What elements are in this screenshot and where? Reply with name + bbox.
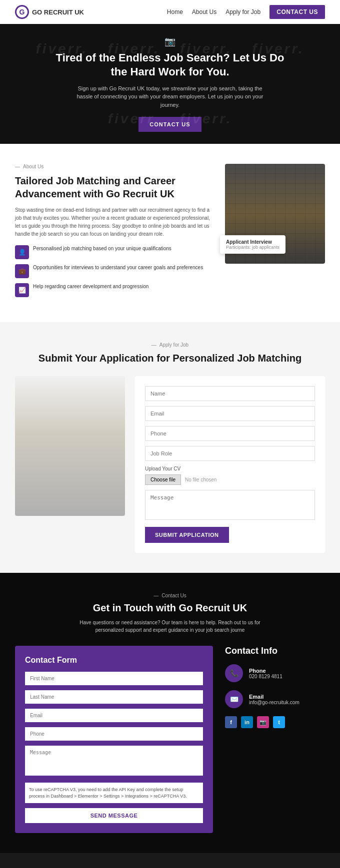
- logo-text: GO RECRUIT UK: [32, 8, 84, 16]
- message-textarea[interactable]: [145, 490, 315, 520]
- no-file-text: No file chosen: [185, 477, 216, 482]
- contact-info-box: Contact Info 📞 Phone 020 8129 4811 ✉️ Em…: [225, 646, 325, 728]
- hero-subtext: Sign up with Go Recruit UK today, we str…: [75, 84, 265, 109]
- contact-first-name[interactable]: [25, 672, 203, 685]
- feature-item-1: 👤 Personalised job matching based on you…: [15, 245, 213, 259]
- nav-about[interactable]: About Us: [192, 8, 216, 15]
- email-value: info@go-recruituk.com: [249, 700, 300, 705]
- contact-last-name[interactable]: [25, 690, 203, 704]
- email-label: Email: [249, 694, 300, 700]
- navbar: G GO RECRUIT UK Home About Us Apply for …: [0, 0, 340, 24]
- feature-item-3: 📈 Help regarding career development and …: [15, 283, 213, 297]
- logo: G GO RECRUIT UK: [15, 5, 84, 19]
- nav-home[interactable]: Home: [167, 8, 183, 15]
- contact-message[interactable]: [25, 746, 203, 776]
- nav-apply[interactable]: Apply for Job: [226, 8, 260, 15]
- phone-value: 020 8129 4811: [249, 674, 282, 679]
- apply-image: [15, 376, 125, 516]
- interview-badge: Applicant Interview Participants: job ap…: [220, 235, 286, 254]
- name-input[interactable]: [145, 386, 315, 401]
- contact-form-box: Contact Form To use reCAPTCHA V3, you ne…: [15, 646, 213, 833]
- facebook-icon[interactable]: f: [225, 716, 237, 728]
- hero-heading: Tired of the Endless Job Search? Let Us …: [55, 51, 285, 79]
- contact-info-title: Contact Info: [225, 646, 325, 656]
- about-heading: Tailored Job Matching and Career Advance…: [15, 174, 213, 200]
- send-message-button[interactable]: SEND MESSAGE: [25, 808, 203, 823]
- linkedin-icon[interactable]: in: [241, 716, 253, 728]
- hero-contact-button[interactable]: CONTACT US: [138, 117, 201, 132]
- about-tag: About Us: [15, 164, 213, 169]
- about-section: About Us Tailored Job Matching and Caree…: [0, 144, 340, 322]
- badge-title: Applicant Interview: [226, 239, 280, 245]
- about-image: Applicant Interview Participants: job ap…: [225, 164, 325, 264]
- feature-item-2: 💼 Opportunities for interviews to unders…: [15, 264, 213, 278]
- nav-links: Home About Us Apply for Job CONTACT US: [167, 5, 325, 19]
- contact-section: Contact Us Get in Touch with Go Recruit …: [0, 573, 340, 853]
- contact-form-title: Contact Form: [25, 656, 203, 665]
- about-text: About Us Tailored Job Matching and Caree…: [15, 164, 213, 302]
- contact-heading: Get in Touch with Go Recruit UK: [15, 602, 325, 614]
- phone-info-item: 📞 Phone 020 8129 4811: [225, 664, 325, 682]
- contact-email[interactable]: [25, 709, 203, 722]
- feature-icon-1: 👤: [15, 245, 29, 259]
- phone-input[interactable]: [145, 426, 315, 441]
- apply-section: Apply for Job Submit Your Application fo…: [0, 322, 340, 573]
- footer: G GO RECRUIT UK Sign up with Go Recruit …: [0, 853, 340, 868]
- nav-contact-button[interactable]: CONTACT US: [270, 5, 325, 19]
- contact-subtext: Have questions or need assistance? Our t…: [70, 619, 270, 634]
- hero-section: fiverr.fiverr.fiverr. fiverr.fiverr.five…: [0, 24, 340, 144]
- file-input-row: Choose file No file chosen: [145, 474, 315, 485]
- choose-file-button[interactable]: Choose file: [145, 474, 181, 485]
- phone-icon: 📞: [225, 664, 243, 682]
- apply-header: Apply for Job Submit Your Application fo…: [15, 342, 325, 364]
- captcha-note: To use reCAPTCHA V3, you need to add the…: [25, 783, 203, 803]
- feature-icon-3: 📈: [15, 283, 29, 297]
- feature-text-2: Opportunities for interviews to understa…: [33, 264, 203, 271]
- logo-icon: G: [15, 5, 29, 19]
- badge-sub: Participants: job applicants: [226, 245, 280, 250]
- feature-text-1: Personalised job matching based on your …: [33, 245, 172, 252]
- email-input[interactable]: [145, 406, 315, 421]
- contact-content: Contact Form To use reCAPTCHA V3, you ne…: [15, 646, 325, 833]
- contact-tag: Contact Us: [15, 593, 325, 598]
- email-info-item: ✉️ Email info@go-recruituk.com: [225, 690, 325, 708]
- twitter-icon[interactable]: t: [273, 716, 285, 728]
- apply-tag: Apply for Job: [15, 342, 325, 348]
- contact-social-icons: f in 📷 t: [225, 716, 325, 728]
- submit-application-button[interactable]: SUBMIT APPLICATION: [145, 527, 229, 543]
- apply-image-visual: [15, 376, 125, 516]
- upload-label: Upload Your CV: [145, 466, 315, 471]
- apply-form: Upload Your CV Choose file No file chose…: [135, 376, 325, 553]
- job-role-input[interactable]: [145, 446, 315, 461]
- contact-phone[interactable]: [25, 727, 203, 741]
- instagram-icon[interactable]: 📷: [257, 716, 269, 728]
- feature-text-3: Help regarding career development and pr…: [33, 283, 148, 290]
- feature-icon-2: 💼: [15, 264, 29, 278]
- apply-content: Upload Your CV Choose file No file chose…: [15, 376, 325, 553]
- phone-label: Phone: [249, 668, 282, 674]
- hero-camera-icon: 📷: [164, 36, 176, 47]
- apply-heading: Submit Your Application for Personalized…: [15, 353, 325, 364]
- email-icon: ✉️: [225, 690, 243, 708]
- about-body: Stop wasting time on dead-end listings a…: [15, 206, 213, 238]
